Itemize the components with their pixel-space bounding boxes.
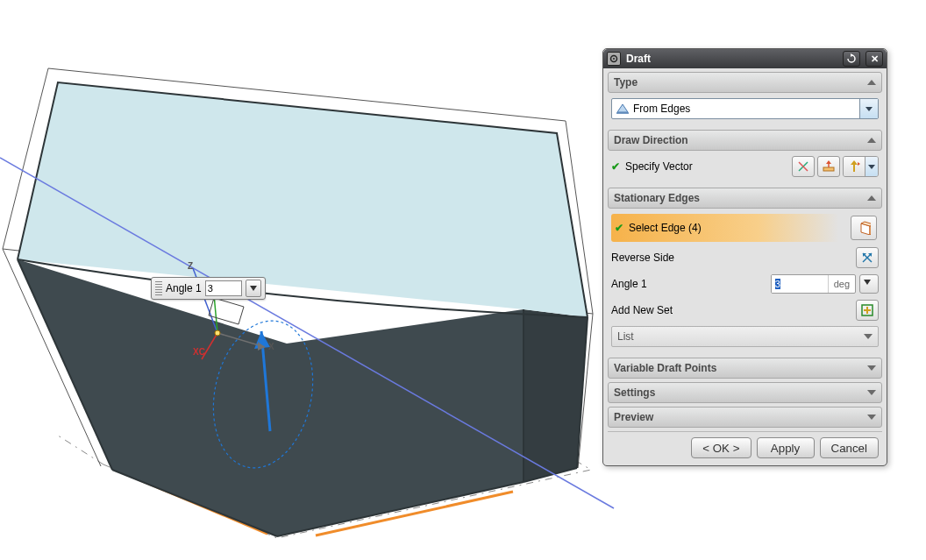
angle-label: Angle 1 xyxy=(611,278,647,290)
gear-icon[interactable] xyxy=(607,52,621,66)
specify-vector-row: Specify Vector xyxy=(611,156,879,177)
viewport-angle-input[interactable]: Angle 1 xyxy=(151,277,266,300)
type-dropdown-arrow[interactable] xyxy=(859,99,878,118)
add-new-set-row: Add New Set xyxy=(611,300,879,321)
viewport-angle-label: Angle 1 xyxy=(166,282,202,294)
select-edge-button[interactable] xyxy=(851,216,877,240)
variable-draft-points-label: Variable Draft Points xyxy=(614,362,716,374)
section-stationary-edges[interactable]: Stationary Edges xyxy=(608,188,882,209)
dialog-footer: < OK > Apply Cancel xyxy=(608,431,882,460)
reset-button[interactable] xyxy=(843,51,860,67)
from-edges-icon xyxy=(616,102,630,116)
svg-marker-24 xyxy=(209,298,244,324)
angle-field[interactable] xyxy=(772,275,828,293)
axis-x-label: X xyxy=(268,342,274,351)
svg-rect-34 xyxy=(823,167,834,171)
viewport-angle-field[interactable] xyxy=(205,280,242,296)
draft-dialog: Draft ✕ Type From Edges Draw Direction xyxy=(602,48,887,466)
settings-label: Settings xyxy=(614,386,655,399)
svg-marker-8 xyxy=(18,82,588,317)
section-variable-draft-points[interactable]: Variable Draft Points xyxy=(608,358,882,379)
reverse-side-row: Reverse Side xyxy=(611,247,879,268)
add-new-set-button[interactable] xyxy=(856,300,879,321)
section-draw-direction-label: Draw Direction xyxy=(614,134,688,146)
svg-marker-29 xyxy=(851,53,853,57)
axis-z-label: Z xyxy=(188,261,193,271)
type-dropdown-value: From Edges xyxy=(633,103,690,115)
cancel-button[interactable]: Cancel xyxy=(820,437,880,458)
section-settings[interactable]: Settings xyxy=(608,382,882,403)
chevron-down-icon xyxy=(864,334,873,339)
type-dropdown[interactable]: From Edges xyxy=(611,98,879,119)
specify-vector-label: Specify Vector xyxy=(611,160,693,173)
section-draw-direction[interactable]: Draw Direction xyxy=(608,130,882,151)
vector-constructor-button[interactable] xyxy=(817,156,840,177)
reverse-side-label: Reverse Side xyxy=(611,252,674,264)
svg-marker-26 xyxy=(250,286,257,291)
chevron-down-icon xyxy=(867,415,876,420)
viewport-angle-dropdown[interactable] xyxy=(246,280,261,297)
ok-button[interactable]: < OK > xyxy=(691,437,751,458)
svg-marker-47 xyxy=(864,280,871,285)
inferred-vector-icon xyxy=(844,157,865,176)
section-stationary-edges-label: Stationary Edges xyxy=(614,192,700,204)
dialog-title: Draft xyxy=(626,53,837,65)
angle-dropdown-button[interactable] xyxy=(859,274,879,294)
svg-marker-39 xyxy=(858,162,860,166)
section-type-label: Type xyxy=(614,76,638,89)
chevron-up-icon xyxy=(867,195,876,201)
vector-dialog-button[interactable] xyxy=(792,156,815,177)
svg-point-28 xyxy=(613,58,615,60)
section-type[interactable]: Type xyxy=(608,72,882,93)
chevron-up-icon xyxy=(867,80,876,85)
svg-marker-38 xyxy=(851,160,858,165)
section-preview[interactable]: Preview xyxy=(608,407,882,428)
preview-label: Preview xyxy=(614,411,653,423)
chevron-down-icon xyxy=(867,365,876,371)
list-row[interactable]: List xyxy=(611,326,879,347)
svg-point-25 xyxy=(215,330,220,336)
angle-unit: deg xyxy=(828,275,855,293)
chevron-down-icon xyxy=(867,390,876,395)
reverse-side-button[interactable] xyxy=(856,247,879,268)
dialog-titlebar[interactable]: Draft ✕ xyxy=(603,49,887,68)
add-new-set-label: Add New Set xyxy=(611,304,673,316)
select-edge-row[interactable]: Select Edge (4) xyxy=(611,214,879,242)
apply-button[interactable]: Apply xyxy=(757,437,815,458)
chevron-up-icon xyxy=(867,138,876,143)
select-edge-label: Select Edge (4) xyxy=(615,222,702,234)
list-label: List xyxy=(617,330,634,343)
angle-row: Angle 1 deg xyxy=(611,273,879,294)
angle-input[interactable]: deg xyxy=(771,274,856,294)
inferred-vector-dropdown[interactable] xyxy=(843,156,879,177)
grip-icon xyxy=(155,281,162,295)
svg-marker-36 xyxy=(826,160,831,164)
axis-xc-label: XC xyxy=(193,347,205,357)
close-button[interactable]: ✕ xyxy=(865,51,883,67)
svg-marker-30 xyxy=(617,104,628,112)
